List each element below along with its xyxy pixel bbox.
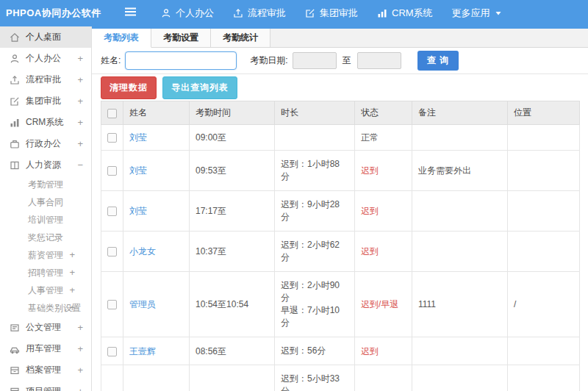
note-cell bbox=[412, 232, 508, 272]
expand-toggle-icon[interactable]: + bbox=[69, 246, 75, 264]
sidebar-item-label: CRM系统 bbox=[26, 116, 63, 129]
expand-toggle-icon[interactable]: + bbox=[77, 74, 83, 85]
column-header-1: 姓名 bbox=[123, 101, 190, 125]
employee-name-link[interactable]: 黄蓉 bbox=[123, 365, 190, 391]
sidebar-item-label: 人力资源 bbox=[26, 159, 61, 171]
share-icon bbox=[233, 8, 243, 18]
expand-toggle-icon[interactable]: − bbox=[77, 159, 83, 171]
sidebar-item-5[interactable]: CRM系统+ bbox=[0, 112, 91, 133]
sidebar-subitem-label: 人事管理 bbox=[28, 285, 63, 295]
sidebar-item-label: 行政办公 bbox=[26, 137, 61, 150]
archive-icon bbox=[10, 365, 20, 376]
employee-name-link[interactable]: 刘莹 bbox=[123, 191, 190, 232]
sidebar-subitem-label: 人事合同 bbox=[28, 197, 63, 207]
tab-3[interactable]: 考勤统计 bbox=[211, 29, 270, 47]
briefcase-icon bbox=[10, 139, 20, 149]
employee-name-link[interactable]: 管理员 bbox=[123, 272, 190, 337]
table-row: 黄蓉13:20至13:20迟到：5小时33分早退：4小时67分迟到/早退/ bbox=[101, 365, 580, 391]
tab-1[interactable]: 考勤列表 bbox=[92, 29, 151, 48]
sidebar-item-10[interactable]: 档案管理+ bbox=[0, 359, 91, 381]
header-checkbox-cell bbox=[101, 101, 123, 125]
sidebar-item-7[interactable]: 人力资源− bbox=[0, 154, 91, 176]
expand-toggle-icon[interactable]: + bbox=[77, 138, 83, 149]
search-button[interactable]: 查 询 bbox=[417, 51, 459, 71]
expand-toggle-icon[interactable]: + bbox=[69, 281, 75, 299]
topnav-item-2[interactable]: 流程审批 bbox=[223, 0, 295, 26]
row-checkbox[interactable] bbox=[107, 166, 117, 176]
late-duration: 迟到：2小时90分 bbox=[281, 279, 348, 304]
column-header-2: 考勤时间 bbox=[190, 101, 275, 125]
expand-toggle-icon[interactable]: + bbox=[77, 117, 83, 128]
sidebar-subitem-label: 考勤管理 bbox=[28, 179, 63, 190]
row-checkbox[interactable] bbox=[107, 247, 117, 257]
tab-2[interactable]: 考勤设置 bbox=[151, 29, 211, 47]
topnav-item-1[interactable]: 个人办公 bbox=[151, 0, 223, 26]
expand-toggle-icon[interactable]: + bbox=[77, 96, 83, 107]
expand-toggle-icon[interactable]: + bbox=[77, 386, 83, 391]
sidebar-item-4[interactable]: 集团审批+ bbox=[0, 90, 91, 112]
date-to-input[interactable] bbox=[357, 52, 401, 69]
expand-toggle-icon[interactable]: + bbox=[77, 53, 83, 64]
sidebar-item-9[interactable]: 用车管理+ bbox=[0, 338, 91, 359]
clear-data-button[interactable]: 清理数据 bbox=[101, 76, 157, 99]
sidebar-subitem-6[interactable]: 招聘管理+ bbox=[0, 264, 91, 281]
sidebar-item-3[interactable]: 流程审批+ bbox=[0, 69, 91, 90]
home-icon bbox=[10, 32, 20, 43]
car-icon bbox=[10, 344, 20, 354]
attendance-time-cell: 10:37至 bbox=[190, 232, 275, 272]
employee-name-link[interactable]: 刘莹 bbox=[123, 125, 190, 151]
table-header-row: 姓名考勤时间时长状态备注位置 bbox=[101, 101, 580, 125]
chart-icon bbox=[377, 8, 387, 18]
export-list-button[interactable]: 导出查询列表 bbox=[162, 76, 237, 99]
hamburger-menu-button[interactable] bbox=[124, 7, 137, 20]
employee-name-link[interactable]: 刘莹 bbox=[123, 151, 190, 191]
app-header: PHPOA协同办公软件 个人办公流程审批集团审批CRM系统更多应用 bbox=[0, 0, 588, 26]
sidebar-subitem-4[interactable]: 奖惩记录 bbox=[0, 229, 91, 246]
topnav-item-4[interactable]: CRM系统 bbox=[368, 0, 442, 26]
duration-cell: 迟到：56分 bbox=[275, 337, 355, 365]
row-checkbox-cell bbox=[101, 232, 123, 272]
date-filter-label: 考勤日期: bbox=[250, 54, 287, 67]
note-cell bbox=[412, 365, 508, 391]
note-cell bbox=[412, 125, 508, 151]
sidebar-subitem-1[interactable]: 考勤管理 bbox=[0, 176, 91, 193]
expand-toggle-icon[interactable]: + bbox=[77, 322, 83, 333]
sidebar-item-11[interactable]: 项目管理+ bbox=[0, 381, 91, 391]
sidebar-subitem-3[interactable]: 培训管理 bbox=[0, 211, 91, 229]
expand-toggle-icon[interactable]: + bbox=[69, 299, 75, 317]
row-checkbox-cell bbox=[101, 191, 123, 232]
location-cell: / bbox=[508, 272, 580, 337]
topnav-item-3[interactable]: 集团审批 bbox=[295, 0, 368, 26]
select-all-checkbox[interactable] bbox=[107, 109, 117, 118]
employee-name-link[interactable]: 小龙女 bbox=[123, 232, 190, 272]
row-checkbox[interactable] bbox=[107, 347, 117, 356]
sidebar-subitem-5[interactable]: 薪资管理+ bbox=[0, 246, 91, 264]
sidebar-subitem-8[interactable]: 基础类别设置+ bbox=[0, 299, 91, 317]
row-checkbox[interactable] bbox=[107, 300, 117, 309]
sidebar-subitem-2[interactable]: 人事合同 bbox=[0, 193, 91, 211]
expand-toggle-icon[interactable]: + bbox=[77, 365, 83, 376]
late-duration: 迟到：9小时28分 bbox=[281, 198, 348, 223]
date-from-input[interactable] bbox=[293, 52, 337, 69]
sidebar-item-label: 公文管理 bbox=[26, 321, 61, 334]
sidebar-subitem-7[interactable]: 人事管理+ bbox=[0, 281, 91, 299]
sidebar-item-2[interactable]: 个人办公+ bbox=[0, 48, 91, 69]
topnav-item-5[interactable]: 更多应用 bbox=[442, 0, 512, 26]
name-filter-input[interactable] bbox=[125, 51, 237, 70]
sidebar-item-label: 个人桌面 bbox=[26, 31, 61, 43]
location-cell bbox=[508, 232, 580, 272]
location-cell bbox=[508, 337, 580, 365]
sidebar-item-1[interactable]: 个人桌面 bbox=[0, 26, 91, 48]
employee-name-link[interactable]: 王壹辉 bbox=[123, 337, 190, 365]
status-badge: 迟到/早退 bbox=[355, 365, 412, 391]
note-cell bbox=[412, 337, 508, 365]
sidebar-item-6[interactable]: 行政办公+ bbox=[0, 133, 91, 154]
sidebar-item-8[interactable]: 公文管理+ bbox=[0, 317, 91, 338]
expand-toggle-icon[interactable]: + bbox=[77, 343, 83, 354]
expand-toggle-icon[interactable]: + bbox=[69, 264, 75, 281]
project-icon bbox=[10, 387, 20, 391]
row-checkbox[interactable] bbox=[107, 207, 117, 216]
table-row: 刘莹09:00至正常 bbox=[101, 125, 580, 151]
row-checkbox[interactable] bbox=[107, 133, 117, 143]
table-body: 刘莹09:00至正常刘莹09:53至迟到：1小时88分迟到业务需要外出刘莹17:… bbox=[101, 125, 580, 391]
